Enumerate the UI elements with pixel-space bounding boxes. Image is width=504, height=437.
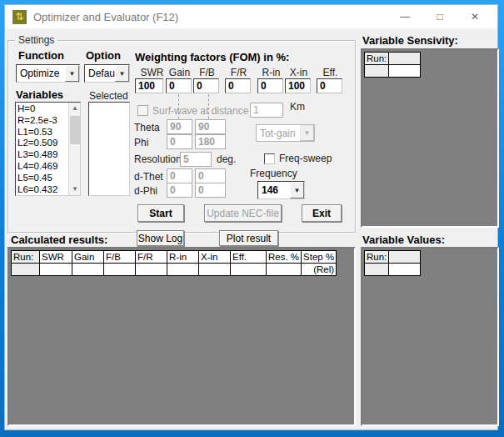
- start-button[interactable]: Start: [137, 204, 184, 222]
- variables-listbox[interactable]: H=0 R=2.5e-3 L1=0.53 L2=0.509 L3=0.489 L…: [15, 102, 81, 196]
- resolution-field[interactable]: 5: [180, 152, 212, 167]
- resolution-label: Resolution: [134, 153, 182, 165]
- chevron-down-icon[interactable]: ▼: [65, 65, 79, 82]
- fom-gain-field[interactable]: 0: [166, 78, 192, 93]
- fom-label-eff: Eff.: [317, 67, 344, 78]
- function-label: Function: [18, 49, 64, 62]
- d-thet-label: d-Thet: [134, 171, 163, 183]
- list-item[interactable]: L2=0.509: [17, 138, 67, 149]
- chevron-down-icon[interactable]: ▼: [115, 65, 129, 82]
- list-item[interactable]: L6=0.432: [17, 184, 67, 196]
- chevron-down-icon[interactable]: ▼: [290, 182, 304, 198]
- frequency-value: 146: [258, 184, 290, 196]
- table-cell: [104, 264, 136, 276]
- table-row: [365, 65, 421, 78]
- phi-from-field[interactable]: 0: [167, 134, 192, 149]
- table-cell: [167, 264, 199, 276]
- frequency-combobox[interactable]: 146 ▼: [257, 181, 305, 199]
- sensitivity-grid-panel[interactable]: Run:: [361, 48, 499, 228]
- show-log-button[interactable]: Show Log: [137, 230, 184, 246]
- freq-sweep-checkbox[interactable]: [264, 153, 275, 164]
- table-header-row: Run:: [365, 53, 421, 65]
- table-cell: [136, 264, 167, 276]
- fom-swr-field[interactable]: 100: [135, 78, 163, 93]
- phi-label: Phi: [134, 137, 148, 148]
- fom-xin-field[interactable]: 100: [285, 78, 311, 93]
- km-label: Km: [290, 101, 305, 113]
- freq-sweep-label: Freq-sweep: [279, 153, 332, 164]
- table-cell: [267, 264, 302, 276]
- function-value: Optimize: [17, 68, 65, 79]
- d-thet-2-field[interactable]: 0: [195, 168, 226, 183]
- fom-label-fb: F/B: [193, 67, 221, 78]
- scroll-down-icon[interactable]: ▼: [69, 183, 81, 195]
- column-header: Run:: [12, 251, 40, 264]
- fom-fr-field[interactable]: 0: [225, 78, 251, 93]
- table-header-row: Run:: [365, 251, 421, 264]
- option-combobox[interactable]: Defau ▼: [84, 64, 130, 83]
- table-cell: [365, 65, 389, 78]
- maximize-button[interactable]: □: [422, 5, 457, 28]
- selected-label: Selected: [89, 90, 128, 102]
- selected-listbox[interactable]: [88, 102, 130, 196]
- theta-from-field[interactable]: 90: [167, 119, 192, 134]
- variables-label: Variables: [16, 88, 63, 101]
- list-item[interactable]: L4=0.469: [17, 161, 67, 173]
- d-phi-label: d-Phi: [134, 185, 157, 197]
- d-phi-1-field[interactable]: 0: [167, 183, 192, 198]
- option-label: Option: [86, 49, 121, 62]
- list-item[interactable]: R=2.5e-3: [17, 115, 67, 127]
- app-icon: ⇅: [12, 10, 27, 24]
- table-cell: [389, 264, 421, 276]
- exit-button[interactable]: Exit: [302, 204, 342, 222]
- theta-to-field[interactable]: 90: [195, 119, 226, 134]
- pattern-combobox[interactable]: Tot-gain ▼: [256, 124, 315, 142]
- fom-label-xin: X-in: [285, 67, 312, 78]
- table-cell: [199, 264, 231, 276]
- scroll-up-icon[interactable]: ▲: [69, 103, 81, 114]
- column-header: Eff.: [231, 251, 267, 264]
- values-grid-panel[interactable]: Run:: [361, 247, 499, 426]
- fom-fb-field[interactable]: 0: [193, 78, 219, 93]
- column-header: F/B: [104, 251, 136, 264]
- fom-rin-field[interactable]: 0: [257, 78, 283, 93]
- window-title: Optimizer and Evaluator (F12): [33, 11, 178, 23]
- variable-values-title: Variable Values:: [362, 234, 445, 246]
- table-cell: [231, 264, 267, 276]
- plot-result-button[interactable]: Plot result: [219, 230, 278, 246]
- scrollbar[interactable]: ▲ ▼: [68, 103, 80, 195]
- fom-title: Weighting factors (FOM) in %:: [135, 51, 289, 63]
- title-bar: ⇅ Optimizer and Evaluator (F12) — □ ✕: [5, 5, 497, 28]
- fom-label-gain: Gain: [166, 67, 193, 78]
- list-item[interactable]: L5=0.45: [17, 173, 67, 184]
- optimizer-window: ⇅ Optimizer and Evaluator (F12) — □ ✕ Se…: [4, 4, 498, 430]
- d-phi-2-field[interactable]: 0: [195, 183, 226, 198]
- variable-sensitivity-title: Variable Sensivity:: [362, 34, 458, 47]
- list-item[interactable]: L3=0.489: [17, 149, 67, 161]
- close-button[interactable]: ✕: [457, 5, 492, 28]
- d-thet-1-field[interactable]: 0: [167, 168, 192, 183]
- column-header: R-in: [167, 251, 199, 264]
- column-header: X-in: [199, 251, 231, 264]
- values-table: Run:: [364, 250, 421, 276]
- fom-label-rin: R-in: [257, 67, 285, 78]
- frequency-label: Frequency: [250, 168, 297, 179]
- list-item[interactable]: L1=0.53: [17, 127, 67, 138]
- function-combobox[interactable]: Optimize ▼: [16, 64, 80, 83]
- pattern-value: Tot-gain: [257, 128, 300, 139]
- list-item[interactable]: H=0: [17, 103, 67, 115]
- surf-wave-checkbox[interactable]: [137, 105, 148, 116]
- settings-legend: Settings: [15, 34, 57, 46]
- surf-wave-label: Surf-wave at distance =: [152, 105, 257, 117]
- column-header: [389, 251, 421, 264]
- update-nec-file-button[interactable]: Update NEC-file: [204, 204, 282, 222]
- fom-eff-field[interactable]: 0: [317, 78, 342, 93]
- scrollbar-thumb[interactable]: [70, 116, 80, 144]
- table-row: (Rel): [12, 264, 337, 276]
- column-header: Gain: [72, 251, 104, 264]
- column-header: Res. %: [267, 251, 302, 264]
- minimize-button[interactable]: —: [387, 5, 422, 28]
- surf-distance-field[interactable]: 1: [250, 103, 283, 118]
- results-grid-panel[interactable]: Run: SWR Gain F/B F/R R-in X-in Eff. Res…: [7, 247, 356, 426]
- phi-to-field[interactable]: 180: [195, 134, 226, 149]
